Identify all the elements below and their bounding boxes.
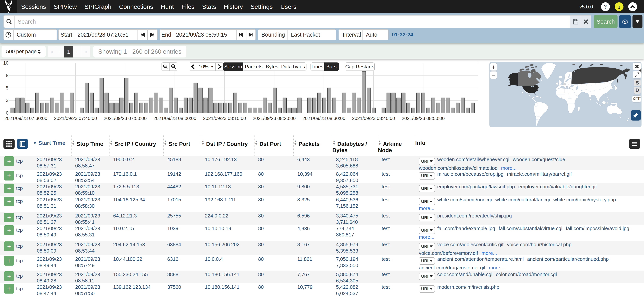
svg-text:2021/09/23 07:40:00: 2021/09/23 07:40:00 [54,116,97,121]
svg-text:2021/09/23 08:40:00: 2021/09/23 08:40:00 [352,116,395,121]
svg-text:8: 8 [6,73,8,78]
svg-text:2021/09/23 08:20:00: 2021/09/23 08:20:00 [253,116,296,121]
svg-text:2021/09/23 07:50:00: 2021/09/23 07:50:00 [104,116,147,121]
svg-text:0: 0 [6,110,8,116]
svg-text:3: 3 [6,98,8,103]
svg-text:2021/09/23 08:50:00: 2021/09/23 08:50:00 [402,116,445,121]
svg-text:2021/09/23 08:30:00: 2021/09/23 08:30:00 [302,116,346,121]
svg-text:10: 10 [3,60,8,65]
svg-text:2021/09/23 08:10:00: 2021/09/23 08:10:00 [203,116,246,121]
svg-text:5: 5 [6,85,8,90]
svg-text:2021/09/23 08:00:00: 2021/09/23 08:00:00 [154,116,196,121]
svg-text:2021/09/23 07:30:00: 2021/09/23 07:30:00 [4,116,47,121]
